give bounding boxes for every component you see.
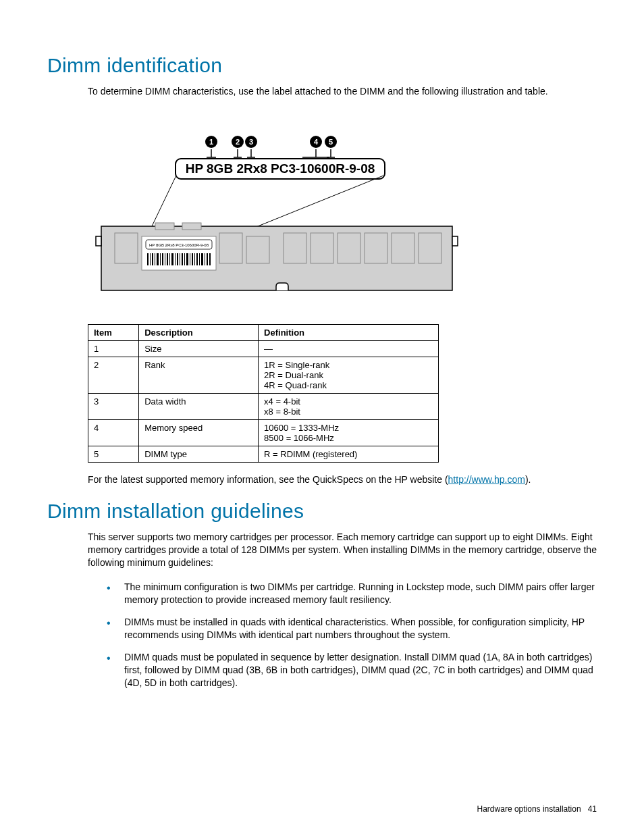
intro-text-2: This server supports two memory cartridg… (88, 531, 597, 569)
svg-rect-30 (246, 236, 269, 263)
heading-dimm-installation-guidelines: Dimm installation guidelines (47, 500, 597, 523)
hp-website-link[interactable]: http://www.hp.com (448, 474, 525, 485)
svg-text:2: 2 (236, 138, 240, 146)
outro-text-1: For the latest supported memory informat… (88, 473, 597, 486)
svg-rect-28 (115, 233, 138, 263)
svg-rect-31 (284, 233, 306, 263)
svg-rect-27 (182, 223, 201, 230)
svg-rect-52 (177, 253, 178, 265)
svg-rect-51 (175, 253, 176, 265)
svg-rect-36 (419, 233, 441, 263)
dimm-label-figure: HP 8GB 2Rx8 PC3-10600R-9-08 1 2 3 4 5 (88, 118, 597, 297)
dimm-label-text: HP 8GB 2Rx8 PC3-10600R-9-08 (186, 161, 375, 176)
svg-rect-40 (147, 253, 149, 265)
svg-rect-32 (311, 233, 333, 263)
svg-rect-26 (155, 223, 174, 230)
svg-rect-62 (201, 253, 203, 265)
svg-rect-55 (184, 253, 185, 265)
svg-rect-44 (157, 253, 159, 265)
svg-text:4: 4 (314, 138, 319, 146)
svg-rect-53 (180, 253, 180, 265)
svg-rect-48 (167, 253, 168, 265)
svg-rect-61 (199, 253, 200, 265)
barcode-icon (146, 253, 212, 265)
svg-rect-42 (152, 253, 153, 265)
callout-markers: 1 2 3 4 5 (205, 136, 337, 148)
svg-rect-50 (171, 253, 173, 265)
svg-rect-59 (194, 253, 195, 265)
col-header-definition: Definition (259, 324, 439, 340)
svg-text:3: 3 (249, 138, 253, 146)
table-row: 4 Memory speed 10600 = 1333-MHz 8500 = 1… (88, 419, 439, 446)
svg-rect-46 (162, 253, 163, 265)
heading-dimm-identification: Dimm identification (47, 54, 597, 77)
svg-rect-54 (182, 253, 183, 265)
svg-rect-35 (392, 233, 414, 263)
table-row: 1 Size — (88, 340, 439, 357)
svg-rect-60 (196, 253, 198, 265)
intro-text-1: To determine DIMM characteristics, use t… (88, 85, 597, 98)
list-item: DIMM quads must be populated in sequence… (107, 651, 597, 689)
svg-rect-63 (205, 253, 205, 265)
svg-rect-29 (219, 233, 242, 263)
col-header-description: Description (139, 324, 259, 340)
svg-rect-24 (96, 236, 101, 246)
svg-rect-58 (192, 253, 193, 265)
table-row: 2 Rank 1R = Single-rank 2R = Dual-rank 4… (88, 357, 439, 393)
svg-text:1: 1 (209, 138, 213, 146)
col-header-item: Item (88, 324, 139, 340)
dimm-definition-table: Item Description Definition 1 Size — 2 R… (88, 324, 439, 463)
dimm-label-small: HP 8GB 2Rx8 PC3-10600R-9-08 (149, 243, 209, 247)
svg-rect-49 (169, 253, 170, 265)
table-row: 3 Data width x4 = 4-bit x8 = 8-bit (88, 393, 439, 419)
svg-rect-43 (155, 253, 155, 265)
guideline-list: The minimum configuration is two DIMMs p… (107, 581, 597, 689)
svg-rect-45 (160, 253, 161, 265)
list-item: The minimum configuration is two DIMMs p… (107, 581, 597, 606)
svg-rect-33 (338, 233, 360, 263)
svg-rect-41 (150, 253, 151, 265)
svg-rect-65 (209, 253, 211, 265)
svg-rect-47 (165, 253, 165, 265)
svg-rect-57 (190, 253, 190, 265)
svg-rect-56 (186, 253, 188, 265)
list-item: DIMMs must be installed in quads with id… (107, 616, 597, 642)
svg-rect-64 (207, 253, 208, 265)
svg-text:5: 5 (329, 138, 333, 146)
table-row: 5 DIMM type R = RDIMM (registered) (88, 446, 439, 462)
svg-rect-25 (452, 236, 458, 246)
svg-rect-34 (365, 233, 387, 263)
